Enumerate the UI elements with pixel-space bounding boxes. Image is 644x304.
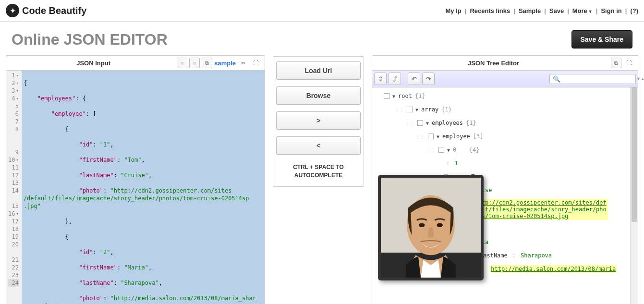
nav-myip[interactable]: My Ip [446,7,462,14]
middle-controls: Load Url Browse > < CTRL + SPACE TO AUTO… [273,56,364,187]
top-nav: My Ip| Recents links| Sample| Save| More… [446,7,638,14]
search-updown-icon[interactable]: ▼▲ [636,76,644,81]
header: ✦ Code Beautify My Ip| Recents links| Sa… [0,0,644,22]
type-icon [438,147,444,153]
svg-point-3 [419,223,425,227]
collapse-icon[interactable]: ▼ [437,134,439,139]
scrollbar-thumb[interactable] [632,87,637,222]
indent-right-icon[interactable]: ≡ [189,58,200,68]
preview-image [381,178,481,278]
tree-row-array[interactable]: ⋮⋮ ▼ array {1} [372,103,638,116]
copy-tree-icon[interactable]: ⧉ [611,58,621,68]
code-editor[interactable]: 1▾ 2▾ 3▾ 4▾ 567 8 9 10▾ 111213 14 15 16▾… [6,71,265,304]
collapse-all-icon[interactable]: ⇵ [389,73,401,85]
type-icon [417,120,423,126]
collapse-icon[interactable]: ▼ [447,147,450,153]
tree-row-root[interactable]: ▼ root {1} [372,89,638,103]
tree-row-employee[interactable]: ⋮⋮ ▼ employee [3] [372,130,638,143]
photo-link[interactable]: http://cdn2.gossipcenter.com/sites/defau… [474,199,608,220]
popup-arrow-icon [483,224,484,235]
indent-left-icon[interactable]: ≡ [177,58,187,68]
nav-recents[interactable]: Recents links [470,7,510,14]
tree-body: ▼ root {1} ⋮⋮ ▼ array {1} ⋮⋮ ▼ employees… [372,87,638,304]
save-share-button[interactable]: Save & Share [571,30,633,49]
collapse-icon[interactable]: ▼ [415,107,418,112]
redo-icon[interactable]: ↷ [422,73,435,85]
transfer-right-button[interactable]: > [276,111,361,130]
photo-link[interactable]: http://media.salon.com/2013/08/maria [490,265,617,273]
clear-icon[interactable]: ✂ [238,58,248,68]
tree-row-index0[interactable]: ⋮⋮ ▼ 0 {4} [372,143,638,157]
svg-point-4 [437,223,442,227]
scrollbar[interactable] [630,87,638,304]
json-tree-header: JSON Tree Editor ⧉ ⛶ [372,56,638,71]
tree-search[interactable]: 🔍 ▼▲ [549,74,636,84]
undo-icon[interactable]: ↶ [408,73,420,85]
browse-button[interactable]: Browse [276,86,361,105]
type-icon [428,134,434,139]
fullscreen-icon[interactable]: ⛶ [250,58,261,68]
transfer-left-button[interactable]: < [276,136,361,155]
collapse-icon[interactable]: ▼ [392,94,395,99]
tree-row-employees[interactable]: ⋮⋮ ▼ employees {1} [372,116,638,130]
fullscreen-tree-icon[interactable]: ⛶ [623,58,634,68]
logo-icon: ✦ [6,4,19,17]
code-content[interactable]: { "employees": { "employee": [ { "id": "… [22,71,265,304]
tree-toolbar: ⇕ ⇵ ↶ ↷ 🔍 ▼▲ [372,71,638,87]
drag-icon[interactable]: ⋮⋮ [394,107,404,112]
logo[interactable]: ✦ Code Beautify [6,4,86,17]
copy-icon[interactable]: ⧉ [202,58,212,68]
json-tree-panel: JSON Tree Editor ⧉ ⛶ ⇕ ⇵ ↶ ↷ 🔍 ▼▲ ▼ roo [372,55,638,304]
gutter: 1▾ 2▾ 3▾ 4▾ 567 8 9 10▾ 111213 14 15 16▾… [6,71,22,304]
nav-more[interactable]: More▼ [572,7,593,14]
autocomplete-hint: CTRL + SPACE TO AUTOCOMPLETE [276,161,361,182]
json-tree-tools: ⧉ ⛶ [611,58,634,68]
sample-link[interactable]: sample [214,60,236,67]
tree-row-id1[interactable]: :1 [372,157,638,170]
nav-signin[interactable]: Sign in [601,7,621,14]
search-icon: 🔍 [553,75,560,83]
type-icon [384,93,389,99]
json-input-panel: JSON Input ≡ ≡ ⧉ sample ✂ ⛶ 1▾ 2▾ 3▾ 4▾ … [6,55,265,304]
expand-all-icon[interactable]: ⇕ [374,73,387,85]
nav-help[interactable]: (?) [630,7,638,14]
json-input-title: JSON Input [10,60,177,67]
type-icon [407,107,413,112]
drag-icon[interactable]: ⋮⋮ [415,134,425,139]
image-preview-popup [378,175,484,280]
title-row: Online JSON EDITOR Save & Share [0,22,644,55]
tree-search-input[interactable] [562,75,634,82]
logo-text: Code Beautify [22,5,86,16]
drag-icon[interactable]: ⋮⋮ [426,147,436,153]
nav-sample[interactable]: Sample [519,7,541,14]
nav-save[interactable]: Save [549,7,564,14]
main: JSON Input ≡ ≡ ⧉ sample ✂ ⛶ 1▾ 2▾ 3▾ 4▾ … [0,55,644,304]
page-title: Online JSON EDITOR [12,31,168,49]
collapse-icon[interactable]: ▼ [426,121,429,126]
json-tree-title: JSON Tree Editor [376,60,611,67]
load-url-button[interactable]: Load Url [276,61,361,80]
json-input-header: JSON Input ≡ ≡ ⧉ sample ✂ ⛶ [6,56,265,71]
drag-icon[interactable]: ⋮⋮ [405,121,414,126]
json-input-tools: ≡ ≡ ⧉ sample ✂ ⛶ [177,58,261,68]
